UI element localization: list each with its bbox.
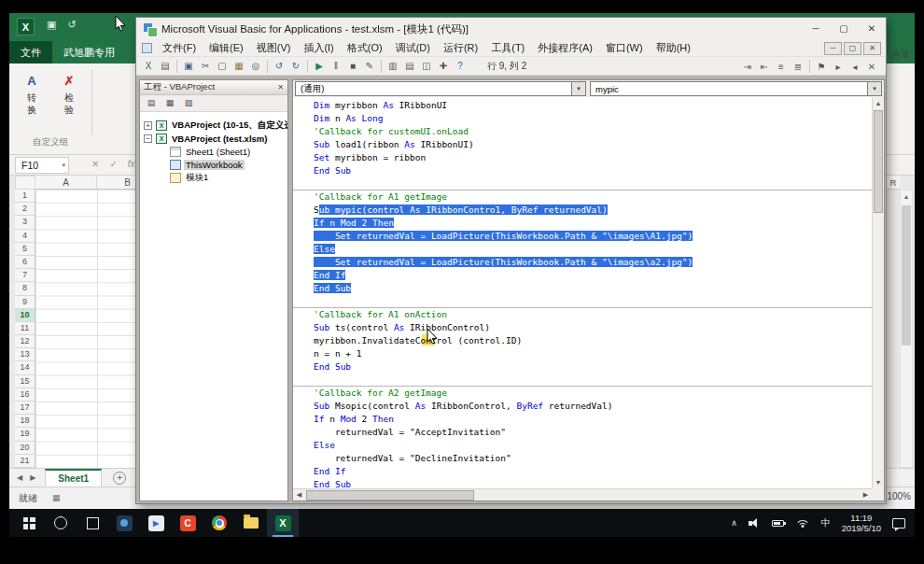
project-explorer-icon[interactable]: ▥ bbox=[385, 59, 401, 74]
run-icon[interactable]: ▶ bbox=[311, 59, 328, 74]
reset-icon[interactable]: ■ bbox=[344, 59, 361, 74]
ribbon-button-1[interactable]: A转 换 bbox=[15, 67, 49, 136]
row-header-1[interactable]: 1 bbox=[15, 190, 35, 203]
code-line[interactable]: If n Mod 2 Then bbox=[314, 413, 872, 426]
ribbon-tab-2[interactable]: 武旭鹏专用 bbox=[52, 41, 126, 63]
row-header-3[interactable]: 3 bbox=[15, 216, 35, 229]
tree-item[interactable]: ThisWorkbook bbox=[140, 158, 287, 171]
code-line[interactable]: 'Callback for customUI.onLoad bbox=[314, 125, 872, 138]
tree-item[interactable]: −XVBAProject (test.xlsm) bbox=[140, 132, 287, 145]
code-horizontal-scrollbar[interactable]: ◀ ▶ bbox=[293, 488, 872, 501]
tree-expander-icon[interactable]: + bbox=[144, 121, 152, 130]
row-header-19[interactable]: 19 bbox=[15, 428, 35, 441]
tree-item[interactable]: Sheet1 (Sheet1) bbox=[140, 145, 287, 158]
excel-vertical-scrollbar[interactable]: ▲ bbox=[900, 190, 913, 468]
code-line[interactable]: Sub Msopic(control As IRibbonControl, By… bbox=[314, 400, 872, 413]
child-minimize-button[interactable]: ─ bbox=[824, 42, 842, 55]
child-restore-button[interactable]: ▢ bbox=[844, 42, 861, 55]
code-line[interactable]: Set returnedVal = LoadPicture(ThisWorkbo… bbox=[314, 230, 872, 243]
project-explorer-header[interactable]: 工程 - VBAProject ✕ bbox=[140, 80, 287, 95]
menu-item-2[interactable]: 编辑(E) bbox=[203, 41, 250, 55]
save-icon[interactable]: ▣ bbox=[180, 59, 197, 74]
code-line[interactable]: Set returnedVal = LoadPicture(ThisWorkbo… bbox=[314, 256, 872, 269]
code-line[interactable]: Sub ts(control As IRibbonControl) bbox=[314, 321, 872, 334]
code-line[interactable] bbox=[314, 177, 872, 190]
scrollbar-thumb[interactable] bbox=[306, 490, 474, 501]
maximize-button[interactable]: ▢ bbox=[830, 18, 858, 40]
ribbon-button-2[interactable]: ✗检 验 bbox=[52, 67, 86, 136]
excel-app[interactable]: X bbox=[267, 509, 299, 537]
row-header-9[interactable]: 9 bbox=[15, 296, 35, 309]
code-line[interactable]: Sub load1(ribbon As IRibbonUI) bbox=[314, 138, 872, 151]
design-mode-icon[interactable]: ✎ bbox=[361, 59, 378, 74]
indent-icon[interactable]: ⇥ bbox=[739, 59, 756, 74]
comment-block-icon[interactable]: ≡ bbox=[773, 59, 790, 74]
scroll-up-icon[interactable]: ▲ bbox=[873, 97, 884, 109]
tree-item[interactable]: 模块1 bbox=[140, 171, 287, 184]
volume-icon[interactable] bbox=[749, 518, 761, 529]
row-header-16[interactable]: 16 bbox=[15, 388, 35, 402]
tray-expand-icon[interactable]: ∧ bbox=[731, 518, 737, 528]
menu-item-11[interactable]: 帮助(H) bbox=[650, 41, 697, 55]
close-button[interactable]: ✕ bbox=[858, 18, 886, 40]
pinned-app-1[interactable] bbox=[108, 509, 140, 537]
child-close-button[interactable]: ✕ bbox=[863, 42, 881, 55]
row-header-17[interactable]: 17 bbox=[15, 402, 35, 415]
uncomment-block-icon[interactable]: ≣ bbox=[790, 59, 806, 74]
row-header-8[interactable]: 8 bbox=[15, 282, 35, 295]
row-header-20[interactable]: 20 bbox=[15, 442, 35, 455]
chevron-down-icon[interactable]: ▼ bbox=[571, 82, 585, 95]
menu-item-3[interactable]: 视图(V) bbox=[250, 41, 298, 55]
macro-record-icon[interactable]: ▦ bbox=[52, 493, 61, 502]
select-all-corner[interactable] bbox=[15, 176, 35, 190]
row-header-15[interactable]: 15 bbox=[15, 375, 35, 388]
row-header-11[interactable]: 11 bbox=[15, 322, 35, 335]
menu-item-5[interactable]: 格式(O) bbox=[341, 41, 389, 55]
find-icon[interactable]: ◎ bbox=[247, 59, 264, 74]
chevron-down-icon[interactable]: ▼ bbox=[867, 82, 881, 95]
menu-item-1[interactable]: 文件(F) bbox=[156, 41, 203, 55]
row-header-12[interactable]: 12 bbox=[15, 335, 35, 348]
row-header-21[interactable]: 21 bbox=[15, 455, 35, 468]
code-line[interactable] bbox=[314, 374, 872, 387]
row-header-4[interactable]: 4 bbox=[15, 230, 35, 243]
save-icon[interactable]: ▣ bbox=[47, 19, 56, 31]
ribbon-tab-1[interactable]: 文件 bbox=[9, 41, 52, 63]
network-icon[interactable] bbox=[795, 519, 810, 528]
break-icon[interactable]: ‖ bbox=[328, 59, 344, 74]
toggle-bookmark-icon[interactable]: ⚑ bbox=[813, 59, 830, 74]
menu-item-8[interactable]: 工具(T) bbox=[484, 41, 531, 55]
view-object-icon[interactable]: ▦ bbox=[161, 97, 178, 110]
insert-userform-icon[interactable]: ▤ bbox=[157, 59, 174, 74]
redo-icon[interactable]: ↻ bbox=[287, 59, 304, 74]
code-line[interactable] bbox=[314, 295, 872, 308]
column-header-a[interactable]: A bbox=[35, 176, 97, 190]
row-header-10[interactable]: 10 bbox=[15, 309, 35, 322]
scroll-right-icon[interactable]: ▶ bbox=[860, 489, 872, 501]
object-dropdown[interactable]: (通用) ▼ bbox=[295, 81, 586, 96]
file-explorer[interactable] bbox=[235, 509, 267, 537]
view-excel-icon[interactable]: X bbox=[140, 59, 157, 74]
code-line[interactable]: Set myribbon = ribbon bbox=[314, 151, 872, 164]
row-header-2[interactable]: 2 bbox=[15, 203, 35, 216]
code-editor[interactable]: Dim myribbon As IRibbonUIDim n As Long'C… bbox=[293, 97, 872, 488]
formula-cancel-icon[interactable]: ✕ bbox=[91, 159, 99, 169]
help-icon[interactable]: ? bbox=[452, 59, 469, 74]
code-line[interactable]: End If bbox=[314, 465, 872, 478]
tree-expander-icon[interactable]: − bbox=[144, 134, 152, 143]
code-line[interactable]: 'Callback for A1 onAction bbox=[314, 308, 872, 321]
object-browser-icon[interactable]: ◫ bbox=[418, 59, 435, 74]
row-header-7[interactable]: 7 bbox=[15, 269, 35, 282]
menu-item-9[interactable]: 外接程序(A) bbox=[531, 41, 599, 55]
undo-icon[interactable]: ↺ bbox=[67, 19, 76, 31]
name-box-arrow-icon[interactable]: ▾ bbox=[62, 162, 65, 169]
toggle-folders-icon[interactable]: ▧ bbox=[180, 97, 197, 110]
insert-function-icon[interactable]: fx bbox=[128, 159, 135, 169]
next-bookmark-icon[interactable]: ▸ bbox=[830, 59, 847, 74]
undo-icon[interactable]: ↺ bbox=[271, 59, 287, 74]
copy-icon[interactable]: ▢ bbox=[214, 59, 231, 74]
action-center-icon[interactable] bbox=[892, 518, 905, 529]
minimize-button[interactable]: ─ bbox=[802, 18, 830, 40]
menu-item-6[interactable]: 调试(D) bbox=[389, 41, 437, 55]
cut-icon[interactable]: ✂ bbox=[197, 59, 214, 74]
